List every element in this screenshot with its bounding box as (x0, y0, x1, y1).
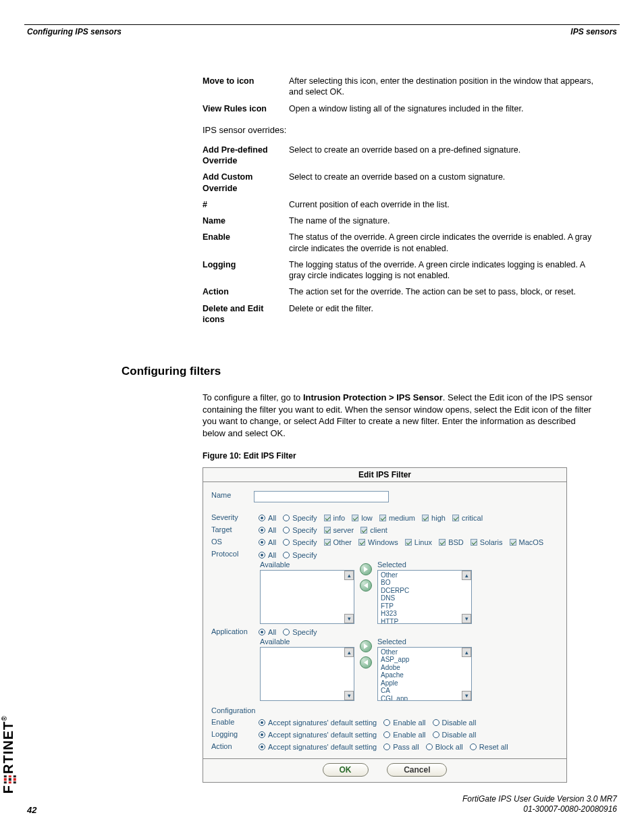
radio-all-icon[interactable] (259, 527, 265, 533)
checkbox-icon[interactable] (452, 515, 459, 521)
def-row: Move to icon After selecting this icon, … (203, 73, 594, 101)
scroll-up-icon[interactable]: ▴ (462, 648, 471, 657)
opt-label: server (333, 526, 354, 534)
panel-body: Name Severity All Specify info low mediu… (203, 482, 566, 758)
cancel-button[interactable]: Cancel (387, 763, 447, 777)
radio-all-label: All (268, 526, 276, 534)
radio-specify-label: Specify (292, 514, 317, 522)
def-desc: The status of the override. A green circ… (289, 229, 594, 257)
radio-specify-icon[interactable] (283, 539, 290, 546)
selected-items: Other ASP_app Adobe Apache Apple CA CGI_… (378, 648, 471, 701)
def-term: Logging (203, 257, 289, 284)
def-desc: Delete or edit the filter. (289, 301, 594, 328)
list-item[interactable]: Other (381, 648, 460, 656)
radio-icon[interactable] (383, 719, 390, 726)
opt-label: Enable all (393, 719, 425, 727)
opt-label: critical (462, 514, 483, 522)
move-left-icon[interactable] (360, 656, 372, 669)
list-item[interactable]: ASP_app (381, 656, 460, 664)
target-label: Target (211, 525, 252, 533)
radio-icon[interactable] (470, 744, 477, 750)
scroll-up-icon[interactable]: ▴ (462, 571, 471, 580)
list-item[interactable]: DCERPC (381, 587, 460, 595)
list-item[interactable]: Adobe (381, 664, 460, 672)
checkbox-icon[interactable] (324, 527, 331, 533)
checkbox-icon[interactable] (471, 539, 477, 546)
list-item[interactable]: Apple (381, 679, 460, 687)
move-right-icon[interactable] (360, 563, 372, 575)
radio-specify-icon[interactable] (283, 527, 290, 533)
list-item[interactable]: FTP (381, 602, 460, 610)
opt-label: BSD (448, 538, 464, 546)
def-desc: Select to create an override based on a … (289, 169, 594, 197)
radio-specify-icon[interactable] (283, 629, 290, 635)
selected-listbox[interactable]: ▴ Other ASP_app Adobe Apache Apple CA CG… (377, 647, 472, 701)
move-arrows (360, 561, 372, 592)
checkbox-icon[interactable] (360, 527, 367, 533)
checkbox-icon[interactable] (358, 539, 365, 546)
radio-icon[interactable] (259, 719, 265, 726)
opt-label: Enable all (393, 731, 425, 739)
list-item[interactable]: CA (381, 687, 460, 695)
config-enable-row: Enable Accept signatures' default settin… (211, 718, 558, 727)
definitions-table-2: Add Pre-defined OverrideSelect to create… (203, 142, 594, 328)
selected-listbox[interactable]: ▴ Other BO DCERPC DNS FTP H323 HTTP (377, 570, 472, 624)
checkbox-icon[interactable] (439, 539, 446, 546)
opt-label: MacOS (519, 538, 544, 546)
move-left-icon[interactable] (360, 579, 372, 592)
protocol-label: Protocol (211, 550, 252, 558)
selected-items: Other BO DCERPC DNS FTP H323 HTTP (378, 571, 471, 624)
opt-label: Reset all (479, 743, 508, 751)
scroll-down-icon[interactable]: ▾ (344, 691, 354, 700)
radio-all-label: All (268, 514, 276, 522)
logging-label: Logging (211, 730, 252, 738)
checkbox-icon[interactable] (422, 515, 429, 521)
list-item[interactable]: HTTP (381, 618, 460, 624)
radio-icon[interactable] (383, 744, 390, 750)
radio-specify-icon[interactable] (283, 552, 290, 558)
fortinet-grid-icon (2, 775, 16, 784)
radio-icon[interactable] (433, 719, 439, 726)
overrides-intro: IPS sensor overrides: (203, 125, 594, 135)
ok-button[interactable]: OK (323, 763, 369, 777)
radio-all-icon[interactable] (259, 629, 265, 635)
list-item[interactable]: Other (381, 571, 460, 579)
radio-icon[interactable] (259, 744, 265, 750)
def-term: Enable (203, 229, 289, 257)
checkbox-icon[interactable] (510, 539, 516, 546)
list-item[interactable]: Apache (381, 671, 460, 679)
list-item[interactable]: H323 (381, 610, 460, 618)
scroll-up-icon[interactable]: ▴ (344, 571, 354, 580)
list-item[interactable]: CGI_app (381, 695, 460, 701)
config-logging-row: Logging Accept signatures' default setti… (211, 730, 558, 739)
scroll-up-icon[interactable]: ▴ (344, 648, 354, 657)
move-right-icon[interactable] (360, 640, 372, 652)
radio-all-label: All (268, 628, 276, 636)
radio-all-icon[interactable] (259, 539, 265, 546)
radio-specify-icon[interactable] (283, 515, 290, 521)
def-term: Add Pre-defined Override (203, 142, 289, 170)
list-item[interactable]: BO (381, 579, 460, 587)
checkbox-icon[interactable] (405, 539, 412, 546)
scroll-down-icon[interactable]: ▾ (462, 614, 471, 623)
list-item[interactable]: DNS (381, 594, 460, 602)
scroll-down-icon[interactable]: ▾ (462, 691, 471, 700)
checkbox-icon[interactable] (352, 515, 358, 521)
scroll-down-icon[interactable]: ▾ (344, 614, 354, 623)
name-input[interactable] (254, 491, 389, 502)
page-number: 42 (27, 805, 36, 815)
radio-all-icon[interactable] (259, 552, 265, 558)
checkbox-icon[interactable] (324, 515, 331, 521)
radio-all-icon[interactable] (259, 515, 265, 521)
radio-icon[interactable] (433, 731, 439, 738)
radio-icon[interactable] (383, 731, 390, 738)
def-desc: Select to create an override based on a … (289, 142, 594, 170)
available-listbox[interactable]: ▴ ▾ (260, 647, 354, 701)
checkbox-icon[interactable] (379, 515, 386, 521)
radio-icon[interactable] (259, 731, 265, 738)
enable-label: Enable (211, 718, 252, 726)
available-listbox[interactable]: ▴ ▾ (260, 570, 354, 624)
selected-label: Selected (377, 637, 472, 646)
checkbox-icon[interactable] (324, 539, 331, 546)
radio-icon[interactable] (426, 744, 433, 750)
